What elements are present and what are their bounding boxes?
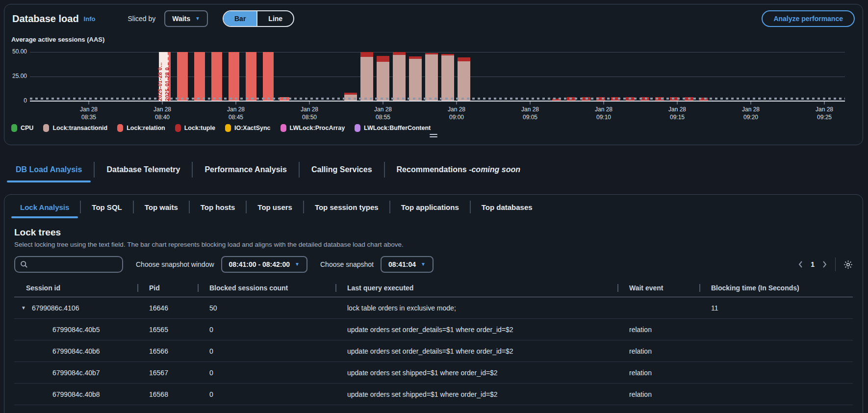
tab-database-telemetry[interactable]: Database Telemetry	[95, 145, 192, 194]
legend-item-Lock:tuple[interactable]: Lock:tuple	[175, 124, 215, 132]
chart-bar[interactable]	[393, 52, 406, 101]
chart-bar[interactable]	[211, 52, 222, 101]
legend-item-Lock:transactionid[interactable]: Lock:transactionid	[43, 124, 107, 132]
x-tick-label: Jan 2809:20	[729, 105, 773, 121]
x-tick-mark	[603, 102, 604, 104]
x-tick-time: 09:25	[802, 113, 846, 121]
tab-top-hosts[interactable]: Top hosts	[190, 203, 246, 219]
expand-row-arrow[interactable]: ▼	[21, 305, 26, 310]
x-tick-date: Jan 28	[140, 105, 184, 113]
chart-bar[interactable]	[441, 54, 454, 101]
x-tick-date: Jan 28	[67, 105, 111, 113]
legend-swatch	[11, 124, 17, 132]
tab-calling-services[interactable]: Calling Services	[300, 145, 384, 194]
x-tick-label: Jan 2809:05	[508, 105, 552, 121]
chart-bar[interactable]	[194, 52, 205, 101]
session-id: 6799084c.40b6	[52, 347, 100, 355]
legend-item-LWLock:BufferContent[interactable]: LWLock:BufferContent	[355, 124, 431, 132]
legend-item-Lock:relation[interactable]: Lock:relation	[117, 124, 165, 132]
toggle-bar[interactable]: Bar	[224, 11, 256, 26]
tab-top-waits[interactable]: Top waits	[134, 203, 189, 219]
chevron-down-icon: ▼	[421, 262, 426, 267]
table-row[interactable]: 6799084c.40b5165650update orders set ord…	[14, 319, 853, 340]
next-page-button[interactable]	[822, 260, 827, 268]
column-header-session-id[interactable]: Session id	[14, 284, 137, 292]
column-header-blocking-time-in-seconds-[interactable]: Blocking time (In Seconds)	[699, 284, 853, 292]
table-row[interactable]: 6799084c.40b6165660update orders set ord…	[14, 340, 853, 362]
tab-recommendations-[interactable]: Recommendations - coming soon	[385, 145, 532, 194]
analyze-performance-button[interactable]: Analyze performance	[762, 10, 855, 27]
pid-cell: 16568	[137, 390, 198, 398]
wait-event-cell: relation	[617, 326, 699, 334]
chart-bar[interactable]	[377, 56, 389, 101]
legend-item-CPU[interactable]: CPU	[11, 124, 33, 132]
legend-label: LWLock:BufferContent	[364, 125, 431, 131]
chart-bar[interactable]	[344, 93, 357, 101]
column-header-wait-event[interactable]: Wait event	[617, 284, 699, 292]
tab-performance-analysis[interactable]: Performance Analysis	[193, 145, 298, 194]
x-tick-time: 09:15	[655, 113, 699, 121]
bar-segment-Lock:relation	[229, 52, 239, 101]
toggle-line[interactable]: Line	[256, 11, 293, 26]
tab-label: Top waits	[145, 203, 178, 211]
chevron-left-icon	[798, 260, 803, 268]
bar-segment-Lock:relation	[211, 52, 222, 101]
table-settings-button[interactable]	[843, 260, 853, 269]
x-tick-time: 08:40	[140, 113, 184, 121]
snapshot-dropdown[interactable]: 08:41:04 ▼	[381, 256, 434, 273]
chevron-down-icon: ▼	[295, 262, 300, 267]
legend-item-LWLock:ProcArray[interactable]: LWLock:ProcArray	[281, 124, 345, 132]
tab-top-applications[interactable]: Top applications	[390, 203, 470, 219]
last-query-cell: update orders set shipped=$1 where order…	[335, 390, 617, 398]
bar-segment-Lock:relation	[263, 52, 274, 101]
x-tick-label: Jan 2808:55	[361, 105, 405, 121]
session-id-cell: 6799084c.40b6	[14, 347, 137, 355]
tab-top-session-types[interactable]: Top session types	[304, 203, 389, 219]
lock-trees-controls: Choose snapshot window 08:41:00 - 08:42:…	[14, 256, 853, 273]
chart-bar[interactable]	[177, 52, 188, 101]
tab-top-sql[interactable]: Top SQL	[81, 203, 132, 219]
legend-label: IO:XactSync	[234, 125, 271, 131]
tab-db-load-analysis[interactable]: DB Load Analysis	[4, 145, 94, 194]
table-row[interactable]: 6799084c.40b8165680update orders set shi…	[14, 384, 853, 405]
chart-bar[interactable]	[458, 57, 470, 101]
legend-label: LWLock:ProcArray	[290, 125, 345, 131]
chart-bar[interactable]	[360, 52, 373, 101]
tab-top-users[interactable]: Top users	[247, 203, 303, 219]
search-input[interactable]	[32, 260, 117, 269]
table-row[interactable]: ▼6799086c.41061664650lock table orders i…	[14, 297, 853, 319]
x-tick-label: Jan 2808:35	[67, 105, 111, 121]
x-tick-mark	[309, 102, 310, 104]
column-header-last-query-executed[interactable]: Last query executed	[335, 284, 617, 292]
column-header-pid[interactable]: Pid	[137, 284, 198, 292]
previous-page-button[interactable]	[798, 260, 803, 268]
chart-bar[interactable]	[229, 52, 239, 101]
chart-bar[interactable]	[409, 56, 422, 101]
tab-top-databases[interactable]: Top databases	[471, 203, 543, 219]
info-link[interactable]: Info	[84, 15, 96, 23]
x-tick-date: Jan 28	[434, 105, 479, 113]
search-box[interactable]	[14, 256, 123, 273]
chart-bar[interactable]	[263, 52, 274, 101]
slice-by-dropdown[interactable]: Waits ▼	[164, 10, 208, 27]
snapshot-window-dropdown[interactable]: 08:41:00 - 08:42:00 ▼	[221, 256, 307, 273]
pagination: 1	[798, 258, 853, 271]
pid-cell: 16566	[137, 347, 198, 355]
x-tick-mark	[383, 102, 383, 104]
chart-bar[interactable]	[246, 52, 256, 101]
last-query-cell: update orders set shipped=$1 where order…	[335, 369, 617, 377]
x-tick-label: Jan 2808:50	[287, 105, 332, 121]
tab-lock-analysis[interactable]: Lock Analysis	[9, 203, 80, 219]
tab-label: Lock Analysis	[20, 203, 69, 211]
selected-snapshot-label: 2025-01-28 0...	[164, 53, 170, 101]
chart-type-toggle: Bar Line	[223, 10, 294, 27]
resize-handle[interactable]	[430, 132, 437, 139]
tab-label: Top databases	[482, 203, 533, 211]
table-row[interactable]: 6799084c.40b7165670update orders set shi…	[14, 362, 853, 384]
x-axis-line	[30, 101, 845, 102]
bar-segment-Lock:tuple	[377, 56, 389, 62]
column-header-blocked-sessions-count[interactable]: Blocked sessions count	[198, 284, 335, 292]
x-tick-mark	[750, 102, 751, 104]
legend-item-IO:XactSync[interactable]: IO:XactSync	[225, 124, 271, 132]
chart-bar[interactable]	[425, 53, 438, 101]
